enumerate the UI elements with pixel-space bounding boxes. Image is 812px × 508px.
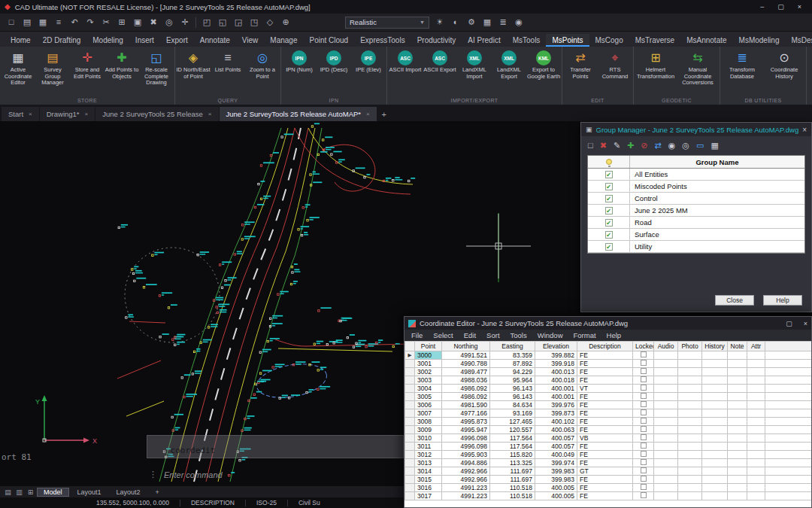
document-tab-start[interactable]: Start× xyxy=(2,107,39,121)
group-checkbox[interactable]: ✔ xyxy=(605,219,613,227)
northing-cell[interactable]: 4991.223 xyxy=(442,492,490,500)
point-row-3015[interactable]: 30154992.966111.697399.983FE xyxy=(405,476,812,484)
elevation-cell[interactable]: 400.057 xyxy=(535,434,577,443)
cut-icon[interactable]: ✂ xyxy=(101,17,111,27)
column-header-easting[interactable]: Easting xyxy=(490,342,535,351)
group-checkbox[interactable]: ✔ xyxy=(605,195,613,202)
menu-window[interactable]: Window xyxy=(532,331,568,339)
layout-tab-layout1[interactable]: Layout1 xyxy=(71,488,108,497)
menu-tab-annotate[interactable]: Annotate xyxy=(194,34,236,47)
northing-cell[interactable]: 4992.966 xyxy=(442,476,490,484)
description-cell[interactable]: FE xyxy=(577,476,633,484)
copy-icon[interactable]: ⊞ xyxy=(117,17,127,27)
elevation-cell[interactable]: 400.005 xyxy=(535,492,577,500)
description-cell[interactable]: FE xyxy=(577,351,633,360)
point-cell[interactable]: 3007 xyxy=(415,409,442,418)
easting-cell[interactable]: 111.697 xyxy=(490,467,535,476)
ribbon-button-ipe-elev[interactable]: IPEIPE (Elev) xyxy=(351,48,386,96)
elevation-cell[interactable]: 399.918 xyxy=(535,360,577,368)
group-row-surface[interactable]: ✔Surface xyxy=(588,229,804,241)
easting-cell[interactable]: 95.964 xyxy=(490,376,535,385)
model-space-icon[interactable]: ▤ xyxy=(3,488,13,496)
status-item-civil-su[interactable]: Civil Su xyxy=(298,499,320,506)
rename-group-icon[interactable]: ✎ xyxy=(614,141,620,151)
minimize-icon[interactable]: – xyxy=(760,3,764,11)
point-cell[interactable]: 3004 xyxy=(415,385,442,393)
ribbon-button-landxml-import[interactable]: XMLLandXML Import xyxy=(457,48,492,96)
ribbon-button-ipd-desc[interactable]: IPDIPD (Desc) xyxy=(317,48,351,96)
new-tab-button[interactable]: + xyxy=(377,107,391,121)
column-header-northing[interactable]: Northing xyxy=(442,342,490,351)
locked-checkbox[interactable] xyxy=(641,434,647,440)
point-row-3000[interactable]: ▶30004991.52183.359399.882FE xyxy=(405,351,812,360)
view-front-icon[interactable]: ◱ xyxy=(217,17,228,27)
point-row-3014[interactable]: 30144992.966111.697399.983GT xyxy=(405,467,812,476)
northing-cell[interactable]: 4989.477 xyxy=(442,368,490,376)
swap-entities-icon[interactable]: ⇄ xyxy=(655,141,662,151)
remove-entities-icon[interactable]: ⊘ xyxy=(641,141,647,151)
row-selector-cell[interactable] xyxy=(405,426,415,434)
close-icon[interactable]: × xyxy=(802,126,807,134)
menu-tab-ai-predict[interactable]: AI Predict xyxy=(462,34,506,47)
description-cell[interactable]: FE xyxy=(577,368,633,376)
description-cell[interactable]: FE xyxy=(577,376,633,385)
help-button[interactable]: Help xyxy=(763,295,802,306)
status-item-iso-25[interactable]: ISO-25 xyxy=(256,499,277,506)
layout-tab-model[interactable]: Model xyxy=(37,488,69,497)
row-selector-cell[interactable] xyxy=(405,401,415,409)
easting-cell[interactable]: 110.518 xyxy=(490,492,535,500)
row-selector-cell[interactable] xyxy=(405,368,415,376)
row-selector-cell[interactable] xyxy=(405,409,415,418)
locked-checkbox[interactable] xyxy=(641,368,647,374)
northing-cell[interactable]: 4990.788 xyxy=(442,360,490,368)
northing-cell[interactable]: 4995.903 xyxy=(442,451,490,459)
locked-checkbox[interactable] xyxy=(641,484,647,490)
row-selector-cell[interactable] xyxy=(405,434,415,443)
menu-select[interactable]: Select xyxy=(428,331,458,339)
description-cell[interactable]: FE xyxy=(577,360,633,368)
ribbon-button-ascii-export[interactable]: ASCASCII Export xyxy=(423,48,457,96)
row-selector-cell[interactable] xyxy=(405,393,415,401)
point-cell[interactable]: 3016 xyxy=(415,484,442,492)
description-cell[interactable]: FE xyxy=(577,459,633,467)
menu-tab-mspoints[interactable]: MsPoints xyxy=(546,34,589,47)
northing-cell[interactable]: 4988.036 xyxy=(442,376,490,385)
locked-checkbox[interactable] xyxy=(641,476,647,482)
menu-tab-2d-drafting[interactable]: 2D Drafting xyxy=(37,34,87,47)
northing-cell[interactable]: 4996.098 xyxy=(442,443,490,451)
point-row-3012[interactable]: 30124995.903115.820400.049FE xyxy=(405,451,812,459)
group-row-control[interactable]: ✔Control xyxy=(588,193,804,205)
erase-icon[interactable]: ✖ xyxy=(148,17,159,27)
menu-tab-expresstools[interactable]: ExpressTools xyxy=(354,34,411,47)
select-entities-icon[interactable]: ▭ xyxy=(696,141,704,151)
northing-cell[interactable]: 4986.092 xyxy=(442,385,490,393)
column-header-note[interactable]: Note xyxy=(728,342,747,351)
point-row-3011[interactable]: 30114996.098117.564400.057FE xyxy=(405,443,812,451)
view-right-icon[interactable]: ◲ xyxy=(233,17,244,27)
row-selector-cell[interactable] xyxy=(405,492,415,500)
point-cell[interactable]: 3003 xyxy=(415,376,442,385)
menu-tab-mstools[interactable]: MsTools xyxy=(507,34,547,47)
northing-cell[interactable]: 4991.521 xyxy=(442,351,490,360)
easting-cell[interactable]: 127.465 xyxy=(490,418,535,426)
ribbon-button-id-north-east-of-point[interactable]: ◈ID North/East of Point xyxy=(176,48,211,96)
zoom-icon[interactable]: ◎ xyxy=(164,17,174,27)
elevation-cell[interactable]: 400.005 xyxy=(535,484,577,492)
menu-tab-home[interactable]: Home xyxy=(5,34,37,47)
group-checkbox[interactable]: ✔ xyxy=(605,231,613,239)
menu-tab-msmodeling[interactable]: MsModeling xyxy=(733,34,786,47)
northing-cell[interactable]: 4992.966 xyxy=(442,467,490,476)
northing-cell[interactable]: 4991.223 xyxy=(442,484,490,492)
menu-tab-msannotate[interactable]: MsAnnotate xyxy=(680,34,732,47)
locked-checkbox[interactable] xyxy=(641,467,647,473)
elevation-cell[interactable]: 400.049 xyxy=(535,451,577,459)
row-selector-cell[interactable] xyxy=(405,451,415,459)
elevation-cell[interactable]: 399.974 xyxy=(535,459,577,467)
add-layout-button[interactable]: + xyxy=(149,488,166,497)
northing-cell[interactable]: 4977.166 xyxy=(442,409,490,418)
easting-cell[interactable]: 93.169 xyxy=(490,409,535,418)
point-row-3002[interactable]: 30024989.47794.229400.013FE xyxy=(405,368,812,376)
save-icon[interactable]: ▦ xyxy=(38,17,48,27)
elevation-cell[interactable]: 399.983 xyxy=(535,476,577,484)
column-header-point[interactable]: Point xyxy=(415,342,442,351)
